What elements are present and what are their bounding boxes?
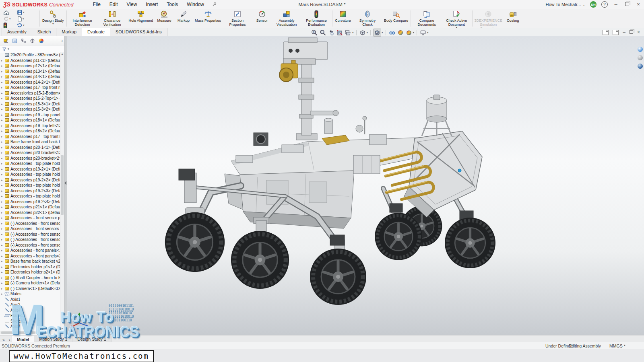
doc-close-button[interactable]: × (637, 29, 640, 35)
tree-item[interactable]: Accessories - top plate holder<4> (D (0, 183, 60, 188)
doc-minimize-button[interactable]: – (623, 29, 625, 35)
tree-scrollbar[interactable]: ▲ ▼ (60, 52, 64, 330)
graphics-viewport[interactable] (66, 36, 644, 335)
expand-arrow-icon[interactable] (1, 74, 5, 79)
chevron-up-icon[interactable]: ▴ (624, 343, 625, 347)
expand-arrow-icon[interactable] (1, 286, 5, 291)
minimize-button[interactable]: – (613, 0, 619, 9)
tree-item[interactable]: Accessories p14<1> (Default<<Defau (0, 74, 60, 80)
menu-item[interactable]: Insert (146, 2, 158, 7)
tree-item[interactable]: (-) Accessories - front sensor p3<2> (0, 232, 60, 237)
ribbon-button-body-compare[interactable]: Body Compare (382, 9, 410, 28)
tree-item[interactable]: Accessories p11<1> (Default<<Defau (0, 58, 60, 64)
menu-item[interactable]: View (127, 2, 137, 7)
tree-item[interactable]: Axis7 (0, 324, 60, 329)
chevron-down-icon[interactable]: ▾ (413, 31, 415, 34)
expand-arrow-icon[interactable] (1, 183, 5, 188)
command-tab[interactable]: Evaluate (82, 28, 110, 36)
chevron-down-icon[interactable]: ▾ (52, 23, 54, 25)
ribbon-button-measure[interactable]: Measure (155, 9, 174, 28)
ribbon-button-check-active-document[interactable]: Check Active Document ▾ (442, 9, 471, 28)
tree-item[interactable]: Plane1 (0, 313, 60, 319)
command-tab[interactable]: SOLIDWORKS Add-Ins (110, 28, 167, 36)
expand-arrow-icon[interactable] (1, 253, 5, 259)
panel-splitter[interactable] (64, 36, 67, 335)
ribbon-button-sensor[interactable]: Sensor (252, 9, 272, 28)
rebuild-button[interactable]: ▾ (17, 23, 31, 28)
ribbon-button-costing[interactable]: Costing (503, 9, 522, 28)
chevron-down-icon[interactable]: ▾ (9, 17, 11, 21)
tree-item[interactable]: Accessories p14-2<1> (Default<<Def (0, 80, 60, 85)
tree-item[interactable]: Accessories - front panels<1> (Defau (0, 248, 60, 253)
tree-item[interactable]: Accessories p19- top left<1> (Defaul (0, 123, 60, 129)
tree-item[interactable]: (-) Camera holder<1> (Default<<Def (0, 280, 60, 286)
expand-arrow-icon[interactable] (1, 221, 5, 226)
menu-item[interactable]: File (93, 2, 100, 7)
model-tab[interactable]: Model (12, 336, 34, 342)
expand-arrow-icon[interactable] (1, 248, 5, 253)
command-tab[interactable]: Sketch (32, 28, 56, 36)
expand-arrow-icon[interactable] (1, 264, 5, 269)
ribbon-button-mass-properties[interactable]: Mass Properties (193, 9, 223, 28)
tree-item[interactable]: Accessories p15-3<1> (Default<<Def (0, 101, 60, 107)
tree-item[interactable]: Accessories - front sensors 1<1> (De (0, 226, 60, 232)
expand-arrow-icon[interactable] (1, 117, 5, 123)
tree-item[interactable]: Accessories - top plate holder<5> (D (0, 193, 60, 199)
tree-item[interactable]: (-) Accessories - front sensor p3<4> (0, 243, 60, 248)
rover-model[interactable] (66, 36, 644, 335)
ribbon-button-symmetry-check[interactable]: Symmetry Check (353, 9, 382, 28)
ribbon-button-hole-alignment[interactable]: Hole Alignment (127, 9, 155, 28)
tree-item[interactable]: Accessiories p15-2-Bottom<1> ->? ( (0, 90, 60, 96)
status-units[interactable]: MMGS (609, 343, 623, 348)
help-icon[interactable]: ? (601, 1, 608, 8)
featuremanager-tab-icon[interactable] (3, 38, 8, 43)
expand-arrow-icon[interactable] (1, 112, 5, 117)
ribbon-button-markup[interactable]: Markup (174, 9, 193, 28)
expand-arrow-icon[interactable] (1, 177, 5, 183)
scroll-up-icon[interactable]: ▲ (60, 53, 64, 55)
displaymanager-tab-icon[interactable] (39, 38, 44, 43)
expand-arrow-icon[interactable] (1, 269, 5, 275)
tree-item[interactable]: Axis2 (0, 302, 60, 308)
tree-item[interactable]: Accessories p19 - top panel<1> (Def (0, 112, 60, 118)
expand-arrow-icon[interactable] (1, 107, 5, 112)
expand-arrow-icon[interactable] (1, 210, 5, 215)
tree-item[interactable]: Accessories p18<1> (Default<<Defau (0, 117, 60, 123)
expand-arrow-icon[interactable] (1, 275, 5, 280)
tree-item[interactable]: Accessories p19-2<4> (Default<<Def (0, 199, 60, 205)
tree-item[interactable]: (-) Accessories - front sensor p3<1> (0, 221, 60, 226)
tree-item[interactable]: Accessories p21<1> (Default<<Defau (0, 204, 60, 210)
tree-item[interactable]: Accessories p15-3<2> (Default<<Def (0, 107, 60, 112)
tree-item[interactable]: (-) Accessories - front sensor p3<3> (0, 237, 60, 243)
scroll-down-icon[interactable]: ▼ (60, 327, 64, 330)
tree-item[interactable]: Accessories p20-bracket<1> (Default (0, 150, 60, 156)
expand-arrow-icon[interactable] (1, 85, 5, 90)
tree-item[interactable]: Accessories p18<2> (Default<<Defau (0, 128, 60, 134)
expand-arrow-icon[interactable] (1, 139, 5, 144)
expand-arrow-icon[interactable] (1, 161, 5, 166)
task-pane-icon-resources[interactable] (638, 47, 643, 52)
expand-arrow-icon[interactable] (1, 215, 5, 220)
collapse-panel-icon[interactable] (64, 181, 66, 185)
restore-button[interactable] (624, 0, 630, 9)
tree-item[interactable]: 20x20 Profile - 382mm<5> (Default< (0, 52, 60, 58)
home-button[interactable] (3, 10, 17, 15)
ribbon-button-performance-evaluation[interactable]: Performance Evaluation (301, 9, 331, 28)
chevron-down-icon[interactable]: ▾ (367, 31, 368, 34)
chevron-down-icon[interactable]: ▾ (23, 17, 24, 21)
expand-arrow-icon[interactable] (1, 69, 5, 74)
ribbon-button-curvature[interactable]: Curvature (333, 9, 353, 28)
ribbon-button-clearance-verification[interactable]: Clearance Verification (97, 9, 127, 28)
propertymanager-tab-icon[interactable] (12, 38, 17, 43)
account-menu[interactable]: How To Mechatr... ⌄ (545, 2, 585, 7)
expand-arrow-icon[interactable] (1, 167, 5, 172)
pin-icon[interactable] (212, 2, 217, 7)
expand-arrow-icon[interactable] (1, 101, 5, 107)
tree-item[interactable]: Accessories - top plate holder<3> (D (0, 172, 60, 177)
tree-item[interactable]: Accessories p20-bracket<2> (Default (0, 156, 60, 161)
tree-item[interactable]: Mates (0, 291, 60, 297)
expand-arrow-icon[interactable] (1, 237, 5, 242)
undo-button[interactable]: ▾ (3, 16, 17, 22)
ribbon-button-assembly-visualization[interactable]: Assembly Visualization (272, 9, 301, 28)
expand-arrow-icon[interactable] (1, 291, 5, 296)
